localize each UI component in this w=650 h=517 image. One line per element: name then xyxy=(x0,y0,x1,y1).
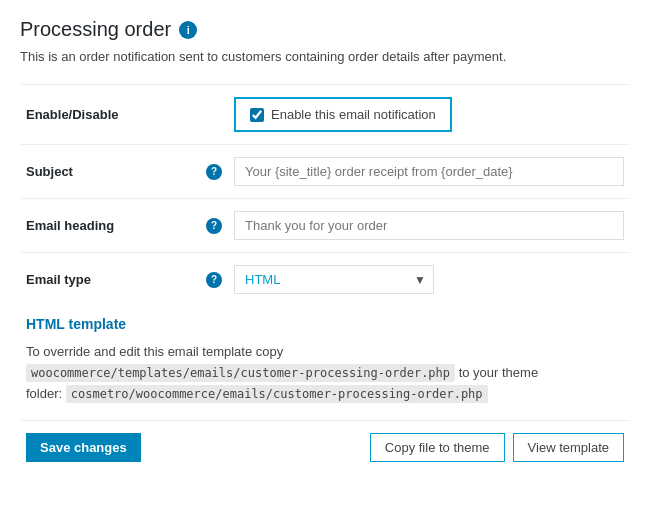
template-to-theme: to your theme xyxy=(459,365,539,380)
enable-disable-row: Enable/Disable Enable this email notific… xyxy=(20,85,630,145)
save-changes-button[interactable]: Save changes xyxy=(26,433,141,462)
view-template-button[interactable]: View template xyxy=(513,433,624,462)
info-icon[interactable]: i xyxy=(179,21,197,39)
email-type-label: Email type xyxy=(20,253,200,307)
subject-input[interactable] xyxy=(234,157,624,186)
email-type-select[interactable]: HTML Plain text Multipart xyxy=(234,265,434,294)
subject-label: Subject xyxy=(20,145,200,199)
email-type-row: Email type ? HTML Plain text Multipart ▼ xyxy=(20,253,630,307)
email-heading-label: Email heading xyxy=(20,199,200,253)
template-theme-folder: cosmetro/woocommerce/emails/customer-pro… xyxy=(66,385,488,403)
copy-file-button[interactable]: Copy file to theme xyxy=(370,433,505,462)
enable-notification-toggle[interactable]: Enable this email notification xyxy=(234,97,452,132)
settings-table: Enable/Disable Enable this email notific… xyxy=(20,84,630,306)
footer-right-buttons: Copy file to theme View template xyxy=(370,433,624,462)
subject-help-icon[interactable]: ? xyxy=(206,164,222,180)
email-type-select-wrapper: HTML Plain text Multipart ▼ xyxy=(234,265,434,294)
enable-checkbox[interactable] xyxy=(250,108,264,122)
email-heading-help-icon[interactable]: ? xyxy=(206,218,222,234)
template-file-path: woocommerce/templates/emails/customer-pr… xyxy=(26,364,455,382)
enable-disable-label: Enable/Disable xyxy=(20,85,200,145)
email-heading-input[interactable] xyxy=(234,211,624,240)
html-template-section: HTML template To override and edit this … xyxy=(20,306,630,420)
enable-label: Enable this email notification xyxy=(271,107,436,122)
title-row: Processing order i xyxy=(20,18,630,41)
template-desc-line1: To override and edit this email template… xyxy=(26,344,283,359)
settings-page: Processing order i This is an order noti… xyxy=(0,0,650,517)
html-template-title: HTML template xyxy=(26,316,624,332)
page-description: This is an order notification sent to cu… xyxy=(20,49,630,64)
page-title: Processing order xyxy=(20,18,171,41)
email-heading-row: Email heading ? xyxy=(20,199,630,253)
subject-row: Subject ? xyxy=(20,145,630,199)
footer-row: Save changes Copy file to theme View tem… xyxy=(20,420,630,466)
template-folder-label: folder: xyxy=(26,386,62,401)
email-type-help-icon[interactable]: ? xyxy=(206,272,222,288)
template-description: To override and edit this email template… xyxy=(26,342,624,404)
